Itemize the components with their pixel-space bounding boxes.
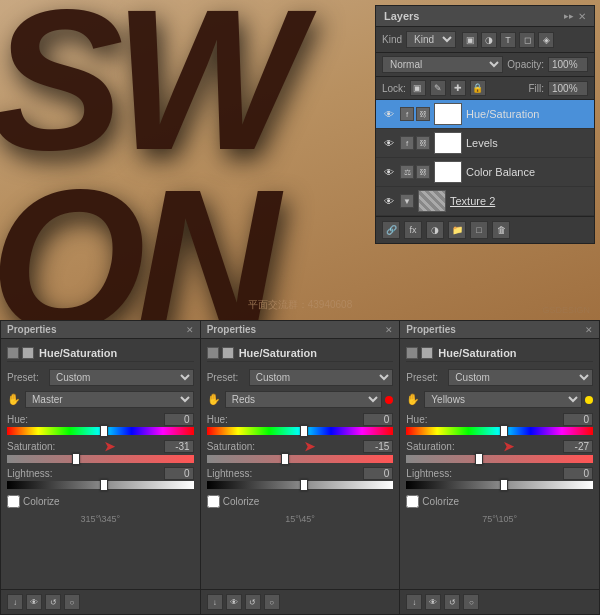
props-eye-button-2[interactable]: 👁 [226,594,242,610]
sat-value-1[interactable]: -31 [164,440,194,453]
hue-track-1[interactable] [7,427,194,435]
light-value-3[interactable]: 0 [563,467,593,480]
layer-item[interactable]: 👁 ⚖ ⛓ Color Balance [376,158,594,187]
lock-transparency-button[interactable]: ▣ [410,80,426,96]
hue-track-2[interactable] [207,427,394,435]
props-body-1: Hue/Saturation Preset: Custom ✋ Master H… [1,339,200,589]
hand-tool-icon-3[interactable]: ✋ [406,393,420,406]
hue-thumb-3[interactable] [500,425,508,437]
layer-item[interactable]: 👁 ▼ Texture 2 [376,187,594,216]
sat-thumb-2[interactable] [281,453,289,465]
light-thumb-3[interactable] [500,479,508,491]
lock-all-button[interactable]: 🔒 [470,80,486,96]
hue-track-3[interactable] [406,427,593,435]
props-history-button-1[interactable]: ↺ [45,594,61,610]
new-layer-button[interactable]: □ [470,221,488,239]
new-group-button[interactable]: 📁 [448,221,466,239]
filter-kind-select[interactable]: Kind [406,31,456,48]
hue-sat-thumb-icon [7,347,19,359]
props-clip-button-1[interactable]: ↓ [7,594,23,610]
layer-visibility-eye[interactable]: 👁 [382,107,396,121]
channel-select-2[interactable]: Reds [225,391,383,408]
hue-thumb-1[interactable] [100,425,108,437]
preset-select-1[interactable]: Custom [49,369,194,386]
panel-collapse-icon[interactable]: ▸▸ [564,11,574,21]
light-value-1[interactable]: 0 [164,467,194,480]
props-history-button-2[interactable]: ↺ [245,594,261,610]
props-eye-button-3[interactable]: 👁 [425,594,441,610]
preset-select-3[interactable]: Custom [448,369,593,386]
props-visibility-button-1[interactable]: ○ [64,594,80,610]
sat-thumb-1[interactable] [72,453,80,465]
sat-value-3[interactable]: -27 [563,440,593,453]
layer-name: Levels [466,137,588,149]
layers-panel-header: Layers ▸▸ ✕ [376,6,594,27]
light-thumb-1[interactable] [100,479,108,491]
sat-slider-row-3: Saturation: ➤ -27 [406,439,593,463]
filter-label: Kind [382,34,402,45]
hue-value-1[interactable]: 0 [164,413,194,426]
light-track-1[interactable] [7,481,194,489]
link-layers-button[interactable]: 🔗 [382,221,400,239]
colorize-checkbox-3[interactable] [406,495,419,508]
opacity-input[interactable] [548,57,588,72]
lock-position-button[interactable]: ✚ [450,80,466,96]
light-label-2: Lightness: [207,468,253,479]
preset-select-2[interactable]: Custom [249,369,394,386]
props-close-2[interactable]: ✕ [385,325,393,335]
hue-sat-chain-icon-3 [421,347,433,359]
fill-input[interactable] [548,81,588,96]
sat-value-2[interactable]: -15 [363,440,393,453]
props-clip-button-3[interactable]: ↓ [406,594,422,610]
sat-track-3[interactable] [406,455,593,463]
layers-filter-bar: Kind Kind ▣ ◑ T ◻ ◈ [376,27,594,53]
hue-thumb-2[interactable] [300,425,308,437]
lock-image-button[interactable]: ✎ [430,80,446,96]
filter-adjust-button[interactable]: ◑ [481,32,497,48]
fx-button[interactable]: fx [404,221,422,239]
filter-pixel-button[interactable]: ▣ [462,32,478,48]
props-close-1[interactable]: ✕ [186,325,194,335]
layer-visibility-eye[interactable]: 👁 [382,194,396,208]
colorize-checkbox-2[interactable] [207,495,220,508]
filter-text-button[interactable]: T [500,32,516,48]
layer-name: Hue/Saturation [466,108,588,120]
props-close-3[interactable]: ✕ [585,325,593,335]
light-value-2[interactable]: 0 [363,467,393,480]
panel-close-button[interactable]: ✕ [578,11,586,22]
props-eye-button-1[interactable]: 👁 [26,594,42,610]
props-visibility-button-3[interactable]: ○ [463,594,479,610]
preset-row-3: Preset: Custom [406,369,593,386]
delete-layer-button[interactable]: 🗑 [492,221,510,239]
layer-item[interactable]: 👁 f ⛓ Hue/Saturation [376,100,594,129]
layer-item[interactable]: 👁 f ⛓ Levels [376,129,594,158]
filter-icons: ▣ ◑ T ◻ ◈ [462,32,554,48]
props-visibility-button-2[interactable]: ○ [264,594,280,610]
sat-track-2[interactable] [207,455,394,463]
blend-mode-select[interactable]: Normal [382,56,503,73]
hue-value-3[interactable]: 0 [563,413,593,426]
props-clip-button-2[interactable]: ↓ [207,594,223,610]
adjustment-button[interactable]: ◑ [426,221,444,239]
hand-tool-icon-2[interactable]: ✋ [207,393,221,406]
range-label-1: 315°\345° [7,514,194,524]
hue-label-3: Hue: [406,414,427,425]
panel-header-icons: ▸▸ ✕ [564,11,586,22]
props-history-button-3[interactable]: ↺ [444,594,460,610]
channel-select-1[interactable]: Master [25,391,194,408]
sat-slider-row-2: Saturation: ➤ -15 [207,439,394,463]
sat-track-1[interactable] [7,455,194,463]
layers-panel: Layers ▸▸ ✕ Kind Kind ▣ ◑ T ◻ ◈ Normal O… [375,5,595,244]
hand-tool-icon-1[interactable]: ✋ [7,393,21,406]
light-track-3[interactable] [406,481,593,489]
channel-select-3[interactable]: Yellows [424,391,582,408]
filter-shape-button[interactable]: ◻ [519,32,535,48]
sat-thumb-3[interactable] [475,453,483,465]
light-thumb-2[interactable] [300,479,308,491]
colorize-checkbox-1[interactable] [7,495,20,508]
filter-smart-button[interactable]: ◈ [538,32,554,48]
layer-visibility-eye[interactable]: 👁 [382,136,396,150]
layer-visibility-eye[interactable]: 👁 [382,165,396,179]
hue-value-2[interactable]: 0 [363,413,393,426]
light-track-2[interactable] [207,481,394,489]
